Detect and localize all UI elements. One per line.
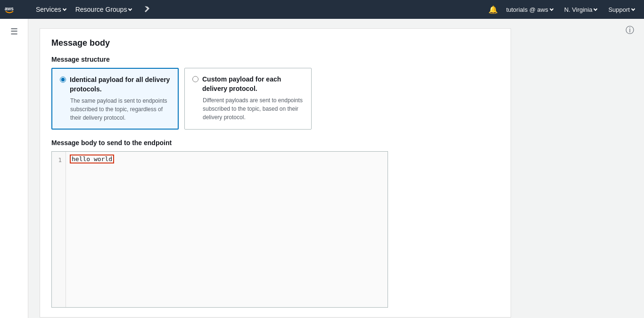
endpoint-label: Message body to send to the endpoint [51, 139, 499, 147]
editor-content-area[interactable]: hello world [66, 152, 388, 307]
radio-cards: Identical payload for all delivery proto… [51, 68, 499, 130]
services-label: Services [36, 6, 61, 13]
region-menu[interactable]: N. Virginia [560, 0, 602, 19]
content-area: Message body Message structure Identical… [28, 19, 616, 318]
resource-groups-label: Resource Groups [75, 6, 127, 13]
right-panel: ⓘ [616, 19, 644, 318]
option2-header: Custom payload for each delivery protoco… [192, 75, 304, 93]
editor-container: 1 hello world [51, 151, 388, 308]
user-menu[interactable]: tutorials @ aws [502, 0, 558, 19]
line-number-1: 1 [56, 155, 62, 165]
hamburger-icon[interactable]: ☰ [8, 24, 21, 40]
line-numbers: 1 [52, 152, 66, 307]
option1-header: Identical payload for all delivery proto… [60, 75, 170, 94]
aws-logo[interactable]: aws [5, 4, 24, 15]
info-icon[interactable]: ⓘ [626, 24, 634, 36]
option1-radio[interactable] [60, 76, 66, 83]
notifications-icon[interactable]: 🔔 [487, 0, 500, 19]
support-chevron-icon [631, 7, 635, 11]
option1-card[interactable]: Identical payload for all delivery proto… [51, 68, 179, 130]
message-structure-label: Message structure [51, 56, 499, 63]
option2-description: Different payloads are sent to endpoints… [203, 96, 304, 122]
services-menu[interactable]: Services [31, 0, 71, 19]
pin-icon[interactable] [136, 0, 155, 19]
support-menu[interactable]: Support [603, 0, 639, 19]
option2-radio[interactable] [192, 76, 198, 82]
top-nav: aws Services Resource Groups 🔔 tutorials… [0, 0, 644, 19]
user-label: tutorials @ aws [506, 6, 548, 13]
user-chevron-icon [549, 7, 553, 11]
editor-inner: 1 hello world [52, 152, 388, 307]
nav-right: 🔔 tutorials @ aws N. Virginia Support [487, 0, 639, 19]
option2-card[interactable]: Custom payload for each delivery protoco… [184, 68, 312, 130]
resource-groups-menu[interactable]: Resource Groups [71, 0, 137, 19]
region-label: N. Virginia [564, 6, 593, 13]
sidebar: ☰ [0, 19, 28, 318]
message-body-section: Message body Message structure Identical… [40, 28, 511, 318]
section-title: Message body [51, 38, 499, 48]
editor-text-highlighted: hello world [70, 155, 114, 163]
resource-groups-chevron-icon [128, 7, 132, 11]
svg-text:aws: aws [5, 6, 14, 11]
support-label: Support [608, 6, 630, 13]
region-chevron-icon [594, 7, 597, 11]
option2-label: Custom payload for each delivery protoco… [202, 75, 304, 93]
option1-description: The same payload is sent to endpoints su… [70, 97, 170, 122]
option1-label: Identical payload for all delivery proto… [70, 75, 170, 94]
services-chevron-icon [62, 7, 66, 11]
main-layout: ☰ Message body Message structure Identic… [0, 19, 644, 318]
